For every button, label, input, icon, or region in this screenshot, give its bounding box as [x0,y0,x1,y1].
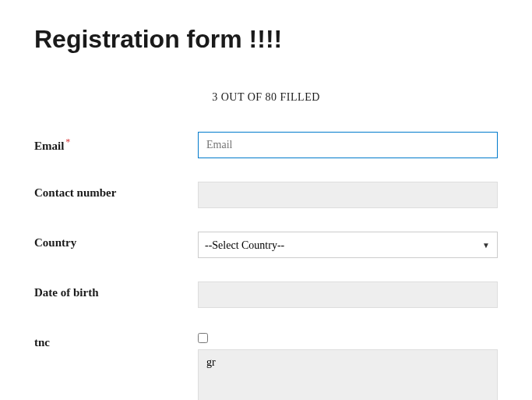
email-field[interactable] [198,132,498,158]
tnc-textarea[interactable]: gr [198,349,498,400]
country-select[interactable]: --Select Country-- [198,232,498,258]
email-label: Email* [34,132,198,153]
tnc-label: tnc [34,331,198,349]
page-title: Registration form !!!! [34,25,498,54]
dob-label: Date of birth [34,281,198,299]
form-status: 3 OUT OF 80 FILLED [34,91,498,104]
contact-label: Contact number [34,182,198,200]
tnc-checkbox[interactable] [198,333,208,343]
required-mark: * [65,136,70,147]
contact-field[interactable] [198,182,498,208]
dob-field[interactable] [198,281,498,308]
country-label: Country [34,232,198,250]
